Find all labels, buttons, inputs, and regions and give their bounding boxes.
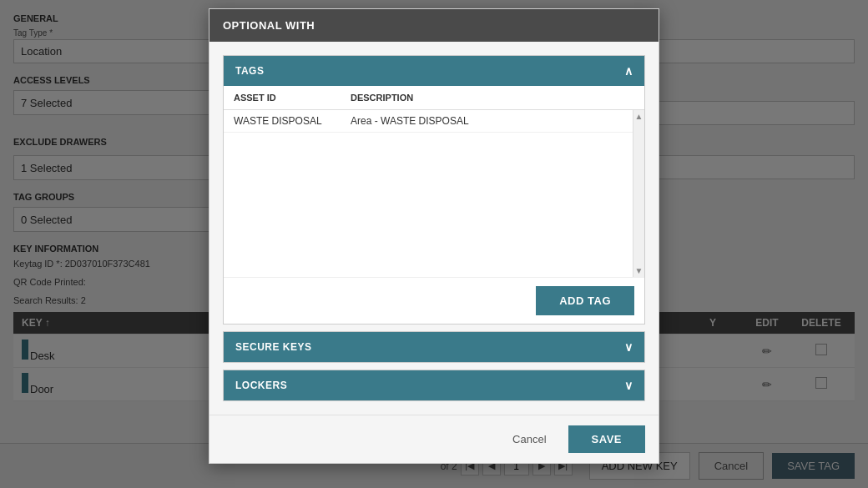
secure-keys-chevron-icon: ∨ — [624, 340, 633, 354]
modal-title-bar: OPTIONAL WITH — [209, 9, 659, 42]
scroll-up-icon[interactable]: ▲ — [635, 112, 643, 121]
modal-cancel-button[interactable]: Cancel — [499, 426, 559, 452]
modal-overlay: OPTIONAL WITH TAGS ∧ ASSET ID DESCRIPTIO… — [0, 0, 868, 488]
tags-table-body: WASTE DISPOSAL Area - WASTE DISPOSAL ▲ ▼ — [224, 110, 644, 277]
modal-save-button[interactable]: SAVE — [568, 425, 645, 453]
tags-table-row: WASTE DISPOSAL Area - WASTE DISPOSAL — [224, 110, 644, 133]
secure-keys-accordion: SECURE KEYS ∨ — [223, 331, 645, 363]
tags-chevron-icon: ∧ — [624, 64, 633, 78]
lockers-chevron-icon: ∨ — [624, 379, 633, 392]
add-tag-section: ADD TAG — [224, 277, 644, 324]
optional-with-modal: OPTIONAL WITH TAGS ∧ ASSET ID DESCRIPTIO… — [209, 8, 659, 464]
modal-title: OPTIONAL WITH — [223, 19, 315, 32]
tags-table-header: ASSET ID DESCRIPTION — [224, 86, 644, 110]
modal-body: TAGS ∧ ASSET ID DESCRIPTION WASTE DISPOS… — [209, 42, 659, 415]
add-tag-button[interactable]: ADD TAG — [536, 286, 634, 315]
modal-footer: Cancel SAVE — [209, 415, 659, 463]
tags-accordion: TAGS ∧ ASSET ID DESCRIPTION WASTE DISPOS… — [223, 55, 645, 324]
scroll-down-icon[interactable]: ▼ — [635, 266, 643, 275]
secure-keys-accordion-header[interactable]: SECURE KEYS ∨ — [224, 332, 644, 362]
secure-keys-header-label: SECURE KEYS — [235, 341, 312, 353]
tags-accordion-header[interactable]: TAGS ∧ — [224, 56, 644, 86]
asset-id-header: ASSET ID — [234, 93, 351, 103]
lockers-header-label: LOCKERS — [235, 380, 287, 391]
scrollbar-track: ▲ ▼ — [633, 110, 644, 277]
lockers-accordion-header[interactable]: LOCKERS ∨ — [224, 370, 644, 400]
description-header: DESCRIPTION — [351, 93, 634, 103]
asset-id-cell: WASTE DISPOSAL — [234, 115, 351, 127]
tags-accordion-content: ASSET ID DESCRIPTION WASTE DISPOSAL Area… — [224, 86, 644, 277]
tags-header-label: TAGS — [235, 65, 264, 77]
lockers-accordion: LOCKERS ∨ — [223, 370, 645, 401]
description-cell: Area - WASTE DISPOSAL — [351, 115, 634, 127]
